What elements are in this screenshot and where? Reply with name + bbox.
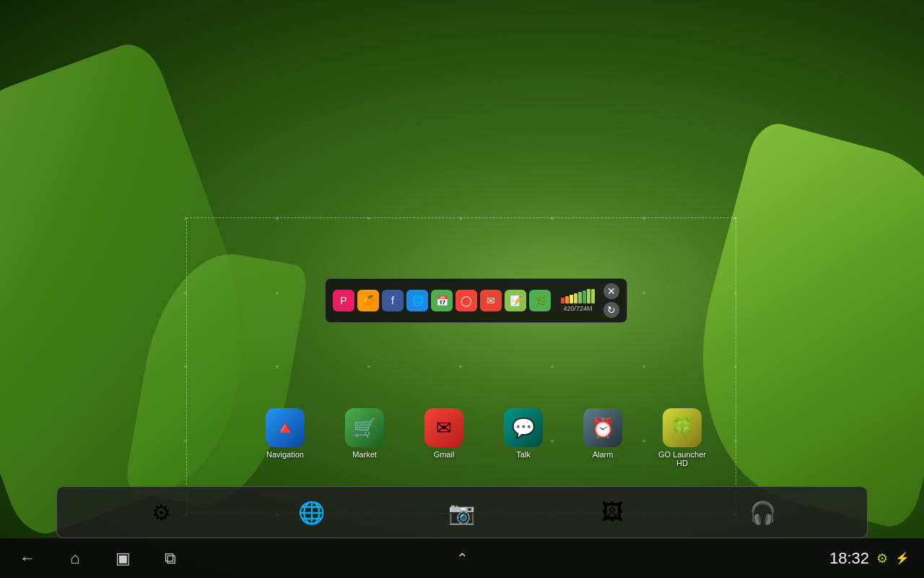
grid-dot: + (458, 363, 463, 371)
desktop-icon-1[interactable]: 🛒 Market (336, 408, 393, 467)
battery-label: 420/724M (563, 305, 592, 312)
dock-icon-img-3: 🖼 (596, 496, 629, 529)
back-button[interactable]: ← (14, 545, 40, 571)
widget-controls: ✕ ↻ (603, 283, 619, 318)
grid-dot: + (642, 289, 646, 297)
bottom-right-status: 18:32 ⚙ ⚡ (829, 549, 910, 568)
widget-battery: 420/724M (561, 289, 595, 312)
desktop-icon-img-2: ✉ (424, 408, 463, 447)
desktop-icon-label-0: Navigation (266, 450, 304, 459)
battery-bar-3 (574, 293, 578, 303)
desktop-icon-label-5: GO Launcher HD (653, 450, 711, 467)
battery-bar-0 (561, 298, 565, 303)
desktop-icon-label-1: Market (352, 450, 377, 459)
battery-bar-2 (570, 295, 573, 303)
wifi-icon: ⚙ (876, 551, 888, 566)
widget-refresh-button[interactable]: ↻ (603, 302, 619, 318)
desktop-icon-img-1: 🛒 (345, 408, 384, 447)
dock-icon-img-0: ⚙ (144, 496, 178, 529)
up-arrow-button[interactable]: ⌃ (456, 550, 468, 567)
widget-app-icon-3: 🌐 (406, 290, 428, 311)
widget-panel[interactable]: P🍊f🌐📅◯✉📝🌿 420/724M ✕ ↻ (325, 278, 627, 323)
desktop-icon-3[interactable]: 💬 Talk (494, 408, 552, 467)
widget-app-icon-7: 📝 (505, 290, 526, 311)
bottom-bar: ← ⌂ ▣ ⧉ ⌃ 18:32 ⚙ ⚡ (0, 538, 924, 578)
dock-icon-img-4: 🎧 (746, 496, 780, 529)
desktop-icon-label-4: Alarm (593, 450, 614, 459)
widget-app-icons: P🍊f🌐📅◯✉📝🌿 (333, 290, 551, 311)
battery-bars (561, 289, 595, 303)
desktop-icon-4[interactable]: ⏰ Alarm (574, 408, 632, 467)
grid-dot: + (183, 363, 188, 371)
grid-dot: + (550, 363, 554, 371)
grid-dot: + (642, 215, 646, 223)
grid-dot: + (642, 363, 646, 371)
widget-app-icon-1: 🍊 (357, 290, 379, 311)
grid-dot: + (367, 363, 371, 371)
battery-status-icon: ⚡ (895, 551, 910, 565)
desktop-area: +++++++++++++++++++++++++++++++++++ (186, 217, 736, 514)
desktop-icon-5[interactable]: 🍀 GO Launcher HD (653, 408, 711, 467)
grid-dot: + (733, 363, 738, 371)
widget-app-icon-5: ◯ (456, 290, 477, 311)
widget-close-button[interactable]: ✕ (603, 283, 619, 299)
battery-bar-7 (591, 289, 595, 303)
widget-app-icon-2: f (382, 290, 404, 311)
dock-icon-browser[interactable]: 🌐 (295, 496, 328, 529)
battery-bar-4 (578, 292, 582, 303)
widget-app-icon-6: ✉ (480, 290, 502, 311)
battery-bar-6 (587, 289, 590, 303)
grid-dot: + (275, 363, 279, 371)
desktop-icon-img-3: 💬 (504, 408, 543, 447)
recent-apps-button[interactable]: ▣ (110, 545, 136, 571)
dock-icon-camera[interactable]: 📷 (445, 496, 479, 529)
widget-app-icon-8: 🌿 (529, 290, 551, 311)
screenshot-button[interactable]: ⧉ (157, 545, 183, 571)
desktop-icon-0[interactable]: 🔺 Navigation (256, 408, 314, 467)
desktop-icon-label-3: Talk (516, 450, 531, 459)
widget-app-icon-0: P (333, 290, 354, 311)
battery-bar-1 (565, 296, 569, 303)
desktop-icon-img-0: 🔺 (266, 408, 305, 447)
grid-dot: + (733, 215, 738, 223)
grid-dot: + (733, 437, 738, 445)
grid-dot: + (275, 215, 279, 223)
desktop-icon-img-5: 🍀 (663, 408, 702, 447)
bottom-nav-left: ← ⌂ ▣ ⧉ (14, 545, 183, 571)
grid-dot: + (183, 215, 188, 223)
grid-dot: + (458, 215, 463, 223)
dock-icon-img-1: 🌐 (295, 496, 328, 529)
desktop-icon-img-4: ⏰ (583, 408, 622, 447)
dock: ⚙🌐📷🖼🎧 (56, 486, 868, 538)
grid-dot: + (275, 289, 279, 297)
battery-bar-5 (583, 290, 586, 303)
widget-app-icon-4: 📅 (431, 290, 453, 311)
desktop-icons-row: 🔺 Navigation 🛒 Market ✉ Gmail 💬 Talk ⏰ A… (256, 408, 711, 467)
bottom-center: ⌃ (456, 550, 468, 567)
dock-icon-gallery[interactable]: 🖼 (596, 496, 629, 529)
grid-dot: + (733, 289, 738, 297)
desktop-icon-label-2: Gmail (434, 450, 455, 459)
dock-icon-img-2: 📷 (445, 496, 479, 529)
grid-dot: + (367, 215, 371, 223)
dock-icon-settings[interactable]: ⚙ (144, 496, 178, 529)
home-button[interactable]: ⌂ (62, 545, 88, 571)
time-display: 18:32 (829, 549, 869, 568)
grid-dot: + (183, 289, 188, 297)
grid-dot: + (183, 437, 188, 445)
desktop-icon-2[interactable]: ✉ Gmail (415, 408, 473, 467)
dock-icon-headphones[interactable]: 🎧 (746, 496, 780, 529)
grid-dot: + (550, 215, 554, 223)
